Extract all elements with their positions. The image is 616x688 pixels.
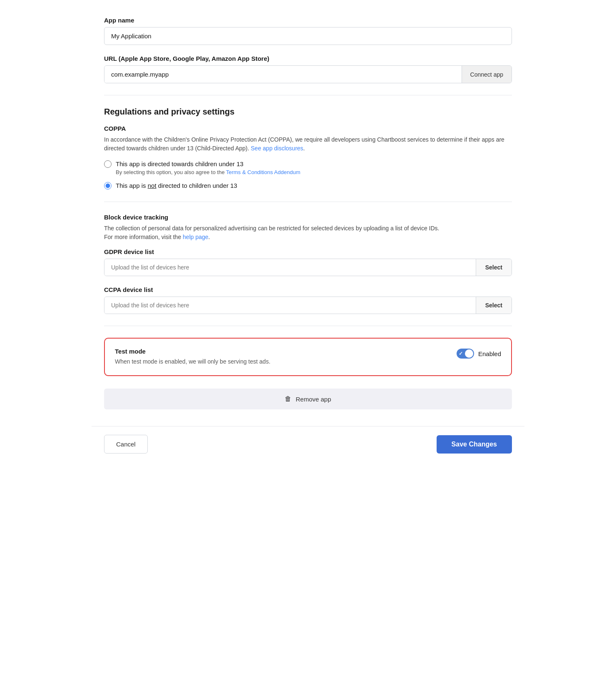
terms-conditions-link[interactable]: Terms & Conditions Addendum (226, 169, 300, 175)
test-mode-toggle-label: Enabled (478, 350, 501, 357)
toggle-checkmark-icon: ✓ (459, 351, 463, 356)
coppa-not-child-option: This app is not directed to children und… (104, 181, 512, 190)
gdpr-group: GDPR device list Select (104, 248, 512, 276)
gdpr-select-button[interactable]: Select (476, 259, 512, 276)
block-tracking-group: Block device tracking The collection of … (104, 214, 512, 242)
regulations-title: Regulations and privacy settings (104, 107, 512, 117)
test-mode-toggle-area: ✓ Enabled (457, 349, 501, 359)
save-changes-button[interactable]: Save Changes (437, 435, 512, 454)
test-mode-description: When test mode is enabled, we will only … (115, 357, 290, 366)
connect-app-button[interactable]: Connect app (462, 66, 512, 83)
block-tracking-end: . (209, 234, 210, 240)
app-name-input[interactable] (104, 27, 512, 45)
coppa-group: COPPA In accordance with the Children's … (104, 125, 512, 190)
cancel-button[interactable]: Cancel (104, 435, 148, 454)
coppa-not-child-prefix: This app is (116, 182, 148, 189)
test-mode-box: Test mode When test mode is enabled, we … (104, 338, 512, 376)
coppa-child-radio[interactable] (104, 160, 112, 168)
remove-app-label: Remove app (296, 396, 331, 403)
section-divider-2 (104, 202, 512, 202)
ccpa-input-row: Select (104, 297, 512, 314)
coppa-title: COPPA (104, 125, 512, 132)
app-name-label: App name (104, 17, 512, 24)
url-input-row: Connect app (104, 65, 512, 83)
coppa-description: In accordance with the Children's Online… (104, 135, 512, 153)
remove-app-button[interactable]: 🗑 Remove app (104, 389, 512, 409)
test-mode-title: Test mode (115, 348, 444, 355)
section-divider-3 (104, 326, 512, 326)
coppa-radio-group: This app is directed towards children un… (104, 160, 512, 190)
app-name-group: App name (104, 17, 512, 45)
url-input[interactable] (104, 66, 462, 83)
test-mode-toggle-switch[interactable]: ✓ (457, 349, 474, 359)
block-tracking-description: The collection of personal data for pers… (104, 224, 512, 242)
gdpr-input[interactable] (104, 259, 476, 276)
test-mode-content: Test mode When test mode is enabled, we … (115, 348, 444, 366)
regulations-section: Regulations and privacy settings COPPA I… (104, 107, 512, 314)
gdpr-input-row: Select (104, 259, 512, 276)
ccpa-label: CCPA device list (104, 286, 512, 293)
coppa-child-sublabel: By selecting this option, you also agree… (116, 169, 300, 175)
coppa-child-option: This app is directed towards children un… (104, 160, 512, 175)
toggle-slider: ✓ (457, 349, 474, 359)
help-page-link[interactable]: help page (183, 234, 209, 240)
see-disclosures-link[interactable]: See app disclosures (251, 145, 303, 152)
block-tracking-desc2: For more information, visit the (104, 234, 183, 240)
coppa-not-child-suffix: directed to children under 13 (156, 182, 237, 189)
url-group: URL (Apple App Store, Google Play, Amazo… (104, 55, 512, 83)
coppa-not-child-underline: not (148, 182, 156, 189)
coppa-sublabel-prefix: By selecting this option, you also agree… (116, 169, 226, 175)
coppa-not-child-label[interactable]: This app is not directed to children und… (116, 181, 237, 190)
trash-icon: 🗑 (285, 395, 291, 403)
url-label: URL (Apple App Store, Google Play, Amazo… (104, 55, 512, 62)
coppa-not-child-radio[interactable] (104, 182, 112, 189)
ccpa-select-button[interactable]: Select (476, 297, 512, 314)
block-tracking-desc1: The collection of personal data for pers… (104, 225, 439, 232)
page-container: App name URL (Apple App Store, Google Pl… (92, 0, 524, 688)
block-tracking-title: Block device tracking (104, 214, 512, 221)
coppa-child-label[interactable]: This app is directed towards children un… (116, 160, 243, 167)
ccpa-input[interactable] (104, 297, 476, 314)
footer-bar: Cancel Save Changes (92, 426, 524, 462)
section-divider-1 (104, 95, 512, 95)
ccpa-group: CCPA device list Select (104, 286, 512, 314)
gdpr-label: GDPR device list (104, 248, 512, 255)
